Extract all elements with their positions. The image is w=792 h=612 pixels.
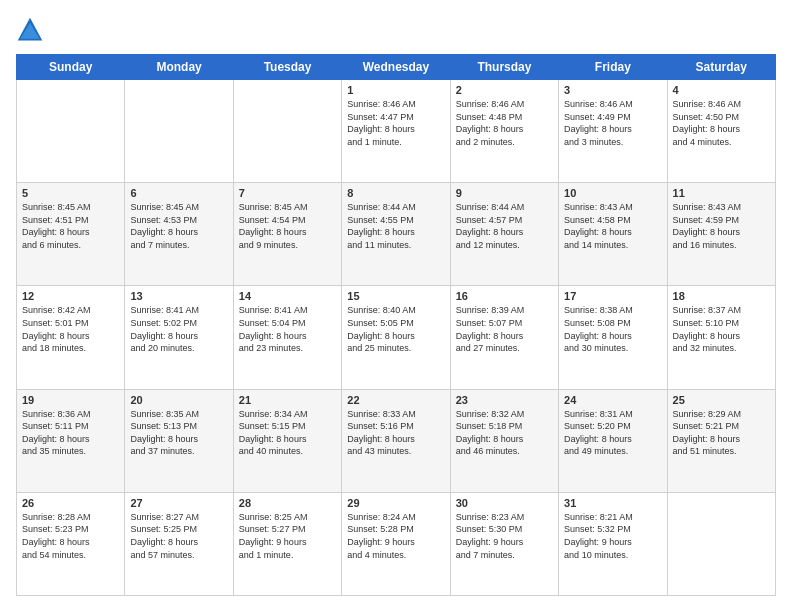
- calendar-cell: 6Sunrise: 8:45 AM Sunset: 4:53 PM Daylig…: [125, 183, 233, 286]
- day-info: Sunrise: 8:28 AM Sunset: 5:23 PM Dayligh…: [22, 511, 119, 561]
- day-number: 8: [347, 187, 444, 199]
- week-row-1: 1Sunrise: 8:46 AM Sunset: 4:47 PM Daylig…: [17, 80, 776, 183]
- day-info: Sunrise: 8:29 AM Sunset: 5:21 PM Dayligh…: [673, 408, 770, 458]
- calendar-cell: 10Sunrise: 8:43 AM Sunset: 4:58 PM Dayli…: [559, 183, 667, 286]
- day-number: 1: [347, 84, 444, 96]
- week-row-5: 26Sunrise: 8:28 AM Sunset: 5:23 PM Dayli…: [17, 492, 776, 595]
- col-header-monday: Monday: [125, 55, 233, 80]
- day-number: 27: [130, 497, 227, 509]
- calendar-cell: 4Sunrise: 8:46 AM Sunset: 4:50 PM Daylig…: [667, 80, 775, 183]
- day-number: 11: [673, 187, 770, 199]
- day-number: 12: [22, 290, 119, 302]
- calendar-cell: 17Sunrise: 8:38 AM Sunset: 5:08 PM Dayli…: [559, 286, 667, 389]
- day-number: 4: [673, 84, 770, 96]
- calendar-cell: [17, 80, 125, 183]
- day-number: 24: [564, 394, 661, 406]
- col-header-saturday: Saturday: [667, 55, 775, 80]
- calendar-cell: 21Sunrise: 8:34 AM Sunset: 5:15 PM Dayli…: [233, 389, 341, 492]
- day-number: 25: [673, 394, 770, 406]
- day-number: 14: [239, 290, 336, 302]
- header: [16, 16, 776, 44]
- day-info: Sunrise: 8:31 AM Sunset: 5:20 PM Dayligh…: [564, 408, 661, 458]
- calendar-header-row: SundayMondayTuesdayWednesdayThursdayFrid…: [17, 55, 776, 80]
- day-number: 13: [130, 290, 227, 302]
- calendar-cell: 8Sunrise: 8:44 AM Sunset: 4:55 PM Daylig…: [342, 183, 450, 286]
- col-header-wednesday: Wednesday: [342, 55, 450, 80]
- day-number: 23: [456, 394, 553, 406]
- calendar-cell: 11Sunrise: 8:43 AM Sunset: 4:59 PM Dayli…: [667, 183, 775, 286]
- page: SundayMondayTuesdayWednesdayThursdayFrid…: [0, 0, 792, 612]
- day-info: Sunrise: 8:43 AM Sunset: 4:59 PM Dayligh…: [673, 201, 770, 251]
- calendar-cell: 2Sunrise: 8:46 AM Sunset: 4:48 PM Daylig…: [450, 80, 558, 183]
- day-info: Sunrise: 8:33 AM Sunset: 5:16 PM Dayligh…: [347, 408, 444, 458]
- logo-icon: [16, 16, 44, 44]
- day-info: Sunrise: 8:45 AM Sunset: 4:53 PM Dayligh…: [130, 201, 227, 251]
- calendar-cell: 31Sunrise: 8:21 AM Sunset: 5:32 PM Dayli…: [559, 492, 667, 595]
- calendar-cell: 23Sunrise: 8:32 AM Sunset: 5:18 PM Dayli…: [450, 389, 558, 492]
- day-info: Sunrise: 8:41 AM Sunset: 5:02 PM Dayligh…: [130, 304, 227, 354]
- day-number: 15: [347, 290, 444, 302]
- day-info: Sunrise: 8:35 AM Sunset: 5:13 PM Dayligh…: [130, 408, 227, 458]
- col-header-thursday: Thursday: [450, 55, 558, 80]
- day-info: Sunrise: 8:46 AM Sunset: 4:49 PM Dayligh…: [564, 98, 661, 148]
- day-info: Sunrise: 8:27 AM Sunset: 5:25 PM Dayligh…: [130, 511, 227, 561]
- day-info: Sunrise: 8:32 AM Sunset: 5:18 PM Dayligh…: [456, 408, 553, 458]
- day-info: Sunrise: 8:39 AM Sunset: 5:07 PM Dayligh…: [456, 304, 553, 354]
- day-info: Sunrise: 8:21 AM Sunset: 5:32 PM Dayligh…: [564, 511, 661, 561]
- calendar-cell: 27Sunrise: 8:27 AM Sunset: 5:25 PM Dayli…: [125, 492, 233, 595]
- day-info: Sunrise: 8:42 AM Sunset: 5:01 PM Dayligh…: [22, 304, 119, 354]
- calendar-cell: 5Sunrise: 8:45 AM Sunset: 4:51 PM Daylig…: [17, 183, 125, 286]
- day-info: Sunrise: 8:37 AM Sunset: 5:10 PM Dayligh…: [673, 304, 770, 354]
- week-row-4: 19Sunrise: 8:36 AM Sunset: 5:11 PM Dayli…: [17, 389, 776, 492]
- day-number: 2: [456, 84, 553, 96]
- calendar-cell: 22Sunrise: 8:33 AM Sunset: 5:16 PM Dayli…: [342, 389, 450, 492]
- day-number: 29: [347, 497, 444, 509]
- day-number: 19: [22, 394, 119, 406]
- calendar-cell: 24Sunrise: 8:31 AM Sunset: 5:20 PM Dayli…: [559, 389, 667, 492]
- calendar-table: SundayMondayTuesdayWednesdayThursdayFrid…: [16, 54, 776, 596]
- calendar-cell: 29Sunrise: 8:24 AM Sunset: 5:28 PM Dayli…: [342, 492, 450, 595]
- calendar-cell: 30Sunrise: 8:23 AM Sunset: 5:30 PM Dayli…: [450, 492, 558, 595]
- calendar-cell: 19Sunrise: 8:36 AM Sunset: 5:11 PM Dayli…: [17, 389, 125, 492]
- day-number: 16: [456, 290, 553, 302]
- day-number: 5: [22, 187, 119, 199]
- col-header-tuesday: Tuesday: [233, 55, 341, 80]
- calendar-cell: [233, 80, 341, 183]
- day-info: Sunrise: 8:46 AM Sunset: 4:48 PM Dayligh…: [456, 98, 553, 148]
- day-info: Sunrise: 8:23 AM Sunset: 5:30 PM Dayligh…: [456, 511, 553, 561]
- day-info: Sunrise: 8:24 AM Sunset: 5:28 PM Dayligh…: [347, 511, 444, 561]
- calendar-cell: 16Sunrise: 8:39 AM Sunset: 5:07 PM Dayli…: [450, 286, 558, 389]
- calendar-cell: 1Sunrise: 8:46 AM Sunset: 4:47 PM Daylig…: [342, 80, 450, 183]
- day-info: Sunrise: 8:38 AM Sunset: 5:08 PM Dayligh…: [564, 304, 661, 354]
- day-info: Sunrise: 8:36 AM Sunset: 5:11 PM Dayligh…: [22, 408, 119, 458]
- calendar-cell: [125, 80, 233, 183]
- calendar-cell: 7Sunrise: 8:45 AM Sunset: 4:54 PM Daylig…: [233, 183, 341, 286]
- day-number: 10: [564, 187, 661, 199]
- day-info: Sunrise: 8:44 AM Sunset: 4:55 PM Dayligh…: [347, 201, 444, 251]
- day-info: Sunrise: 8:46 AM Sunset: 4:47 PM Dayligh…: [347, 98, 444, 148]
- day-info: Sunrise: 8:45 AM Sunset: 4:54 PM Dayligh…: [239, 201, 336, 251]
- day-number: 3: [564, 84, 661, 96]
- day-info: Sunrise: 8:25 AM Sunset: 5:27 PM Dayligh…: [239, 511, 336, 561]
- calendar-cell: 12Sunrise: 8:42 AM Sunset: 5:01 PM Dayli…: [17, 286, 125, 389]
- col-header-friday: Friday: [559, 55, 667, 80]
- calendar-cell: 28Sunrise: 8:25 AM Sunset: 5:27 PM Dayli…: [233, 492, 341, 595]
- day-info: Sunrise: 8:45 AM Sunset: 4:51 PM Dayligh…: [22, 201, 119, 251]
- calendar-cell: 14Sunrise: 8:41 AM Sunset: 5:04 PM Dayli…: [233, 286, 341, 389]
- day-number: 22: [347, 394, 444, 406]
- day-info: Sunrise: 8:44 AM Sunset: 4:57 PM Dayligh…: [456, 201, 553, 251]
- day-number: 21: [239, 394, 336, 406]
- logo: [16, 16, 48, 44]
- day-number: 20: [130, 394, 227, 406]
- day-number: 26: [22, 497, 119, 509]
- calendar-cell: 9Sunrise: 8:44 AM Sunset: 4:57 PM Daylig…: [450, 183, 558, 286]
- day-info: Sunrise: 8:41 AM Sunset: 5:04 PM Dayligh…: [239, 304, 336, 354]
- day-number: 17: [564, 290, 661, 302]
- calendar-cell: 18Sunrise: 8:37 AM Sunset: 5:10 PM Dayli…: [667, 286, 775, 389]
- calendar-cell: 25Sunrise: 8:29 AM Sunset: 5:21 PM Dayli…: [667, 389, 775, 492]
- calendar-cell: 3Sunrise: 8:46 AM Sunset: 4:49 PM Daylig…: [559, 80, 667, 183]
- day-info: Sunrise: 8:43 AM Sunset: 4:58 PM Dayligh…: [564, 201, 661, 251]
- day-number: 6: [130, 187, 227, 199]
- week-row-3: 12Sunrise: 8:42 AM Sunset: 5:01 PM Dayli…: [17, 286, 776, 389]
- day-number: 31: [564, 497, 661, 509]
